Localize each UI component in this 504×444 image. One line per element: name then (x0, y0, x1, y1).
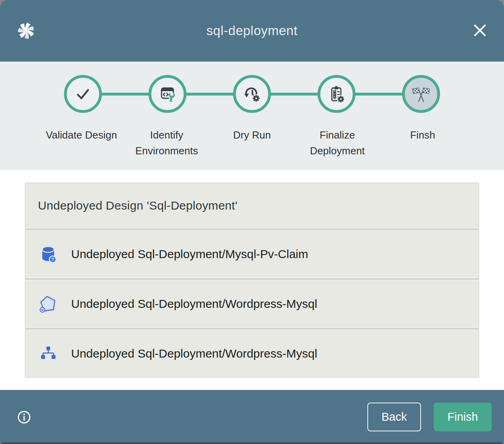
close-icon[interactable] (472, 22, 488, 39)
clipboard-checklist-gear-icon (327, 85, 346, 103)
stepper-track (0, 75, 504, 113)
step-connector (186, 93, 233, 96)
result-row-text: Undeployed Sql-Deployment/Mysql-Pv-Claim (71, 247, 308, 261)
step-label-dry-run: Dry Run (209, 127, 295, 159)
step-label-validate-design: Validate Design (39, 127, 124, 159)
result-row: ? Undeployed Sql-Deployment/Mysql-Pv-Cla… (25, 230, 479, 278)
result-row: Undeployed Sql-Deployment/Wordpress-Mysq… (25, 280, 479, 328)
org-chart-icon (39, 344, 58, 363)
back-button[interactable]: Back (367, 403, 421, 431)
step-label-finish: Finsh (380, 127, 465, 159)
results-header: Undeployed Design 'Sql-Deployment' (25, 183, 479, 228)
result-row-text: Undeployed Sql-Deployment/Wordpress-Mysq… (71, 347, 317, 360)
dialog-title: sql-deployment (0, 23, 504, 38)
step-label-finalize-deployment: Finalize Deployment (295, 127, 380, 159)
step-dry-run (233, 75, 271, 113)
deployment-wizard-dialog: sql-deployment (0, 0, 504, 444)
step-connector (355, 93, 402, 96)
dialog-header: sql-deployment (0, 0, 504, 62)
dialog-footer: Back Finish (0, 390, 504, 444)
code-window-wrench-icon (158, 85, 177, 103)
svg-text:?: ? (51, 257, 54, 262)
checkered-flags-icon (412, 85, 430, 103)
step-finish (402, 75, 440, 113)
results-content: Undeployed Design 'Sql-Deployment' ? Und… (0, 170, 504, 390)
database-question-icon: ? (39, 245, 58, 264)
step-label-identify-environments: Identify Environments (124, 127, 209, 159)
stepper-labels: Validate Design Identify Environments Dr… (0, 127, 504, 159)
info-icon[interactable] (17, 410, 31, 424)
result-row: Undeployed Sql-Deployment/Wordpress-Mysq… (25, 330, 479, 377)
pentagon-badge-icon (39, 294, 58, 313)
step-connector (271, 93, 318, 96)
step-validate-design (64, 75, 102, 113)
check-icon (74, 85, 92, 103)
wizard-stepper: Validate Design Identify Environments Dr… (0, 62, 504, 170)
result-row-text: Undeployed Sql-Deployment/Wordpress-Mysq… (71, 297, 317, 311)
results-panel: Undeployed Design 'Sql-Deployment' ? Und… (25, 183, 479, 378)
step-finalize-deployment (318, 75, 355, 113)
step-identify-environments (149, 75, 186, 113)
finish-button[interactable]: Finish (434, 403, 492, 431)
sync-clock-gear-icon (243, 85, 261, 103)
step-connector (102, 93, 149, 96)
